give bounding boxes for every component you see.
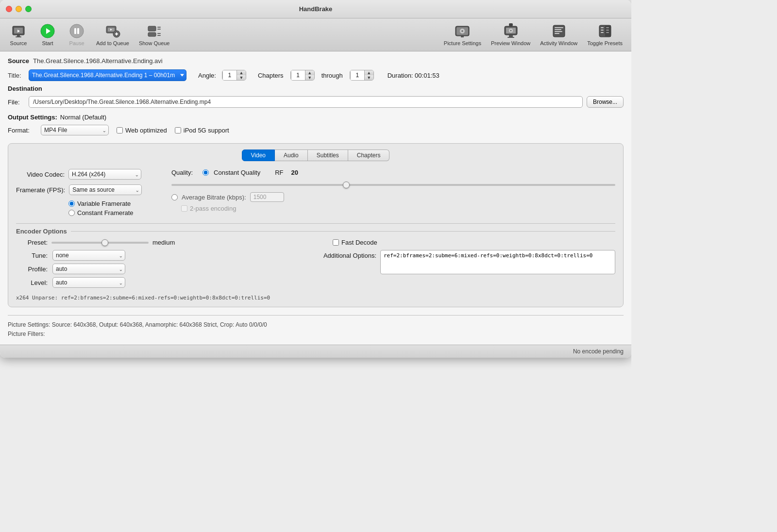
svg-point-7 <box>70 24 84 38</box>
fast-decode-group: Fast Decode <box>333 239 615 246</box>
maximize-button[interactable] <box>25 6 32 12</box>
svg-rect-47 <box>601 30 604 31</box>
pause-label: Pause <box>69 40 84 46</box>
status-message: No encode pending <box>573 348 624 355</box>
tab-video[interactable]: Video <box>242 150 275 161</box>
file-label: File: <box>8 99 25 106</box>
tab-chapters[interactable]: Chapters <box>348 150 390 161</box>
svg-point-35 <box>510 30 511 32</box>
svg-rect-18 <box>157 27 161 28</box>
constant-framerate-label: Constant Framerate <box>77 209 134 216</box>
avg-bitrate-radio[interactable] <box>171 194 178 200</box>
video-left: Video Codec: H.264 (x264) Framerate (FPS… <box>16 169 152 216</box>
close-button[interactable] <box>6 6 12 12</box>
activity-window-label: Activity Window <box>540 40 577 46</box>
ipod-support-label: iPod 5G support <box>184 127 229 134</box>
tune-select[interactable]: none <box>52 250 125 261</box>
preset-label: Preset: <box>16 239 48 246</box>
level-select-wrap: auto <box>52 277 125 288</box>
quality-slider[interactable] <box>171 184 615 186</box>
preview-window-button[interactable]: Preview Window <box>487 21 534 48</box>
pause-icon <box>69 23 84 39</box>
start-button[interactable]: Start <box>34 21 61 48</box>
tab-subtitles[interactable]: Subtitles <box>308 150 348 161</box>
codec-select[interactable]: H.264 (x264) <box>68 169 141 180</box>
destination-label: Destination <box>8 85 624 92</box>
titlebar: HandBrake <box>0 0 631 18</box>
chapters-to-up[interactable]: ▲ <box>365 70 373 75</box>
chapters-label: Chapters <box>258 72 284 79</box>
duration-label: Duration: 00:01:53 <box>388 72 439 79</box>
variable-framerate-radio[interactable] <box>68 200 75 207</box>
output-settings-header: Output Settings: Normal (Default) <box>8 114 624 121</box>
show-queue-label: Show Queue <box>139 40 170 46</box>
chapters-to-value: 1 <box>350 70 365 80</box>
activity-window-button[interactable]: _ Activity Window <box>536 21 581 48</box>
preset-value: medium <box>152 239 175 246</box>
additional-options-input[interactable]: ref=2:bframes=2:subme=6:mixed-refs=0:wei… <box>380 250 615 274</box>
tab-audio[interactable]: Audio <box>275 150 308 161</box>
chapters-from-down[interactable]: ▼ <box>305 75 314 80</box>
fps-select[interactable]: Same as source <box>69 184 142 195</box>
browse-button[interactable]: Browse... <box>587 96 624 108</box>
output-settings-value: Normal (Default) <box>60 114 106 121</box>
svg-point-25 <box>461 30 463 32</box>
fast-decode-checkbox[interactable] <box>333 239 339 246</box>
toggle-presets-label: Toggle Presets <box>587 40 623 46</box>
preset-row: Preset: medium <box>16 239 308 246</box>
toggle-presets-button[interactable]: Toggle Presets <box>583 21 626 48</box>
add-queue-label: Add to Queue <box>96 40 129 46</box>
level-select[interactable]: auto <box>52 277 125 288</box>
chapters-from-up[interactable]: ▲ <box>305 70 314 75</box>
preview-window-label: Preview Window <box>491 40 530 46</box>
preset-slider[interactable] <box>51 242 149 244</box>
encoder-columns: Preset: medium Tune: none <box>16 239 615 291</box>
format-label: Format: <box>8 127 33 134</box>
constant-quality-radio[interactable] <box>203 169 209 176</box>
web-optimized-label: Web optimized <box>125 127 167 134</box>
pause-button[interactable]: Pause <box>63 21 90 48</box>
chapters-to-down[interactable]: ▼ <box>365 75 373 80</box>
angle-value: 1 <box>222 70 237 80</box>
web-optimized-group: Web optimized <box>117 127 167 134</box>
angle-label: Angle: <box>198 72 216 79</box>
svg-rect-8 <box>74 28 76 34</box>
quality-row: Quality: Constant Quality RF 20 <box>171 169 615 176</box>
constant-framerate-radio[interactable] <box>68 210 75 216</box>
angle-up[interactable]: ▲ <box>237 70 246 75</box>
title-select[interactable]: The.Great.Silence.1968.Alternative.Endin… <box>29 69 186 81</box>
format-select[interactable]: MP4 File <box>41 125 109 135</box>
add-queue-icon <box>105 23 120 39</box>
twopass-checkbox[interactable] <box>181 205 187 212</box>
profile-select[interactable]: auto <box>52 264 125 274</box>
profile-row: Profile: auto <box>16 264 308 274</box>
main-content: Source The.Great.Silence.1968.Alternativ… <box>0 51 631 345</box>
minimize-button[interactable] <box>16 6 22 12</box>
start-icon <box>40 23 55 39</box>
codec-row: Video Codec: H.264 (x264) <box>16 169 152 180</box>
bitrate-input[interactable] <box>250 192 284 202</box>
add-queue-button[interactable]: Add to Queue <box>92 21 133 48</box>
svg-rect-50 <box>606 30 609 31</box>
rf-label: RF <box>275 169 283 176</box>
picture-settings-info: Picture Settings: Source: 640x368, Outpu… <box>8 320 624 330</box>
title-select-wrap: The.Great.Silence.1968.Alternative.Endin… <box>29 69 186 81</box>
show-queue-button[interactable]: Show Queue <box>135 21 174 48</box>
angle-stepper[interactable]: 1 ▲ ▼ <box>222 70 246 81</box>
source-label: Source <box>10 40 27 46</box>
svg-rect-51 <box>606 32 609 33</box>
file-input[interactable] <box>29 96 583 108</box>
ipod-support-checkbox[interactable] <box>175 127 181 133</box>
chapters-from-stepper[interactable]: 1 ▲ ▼ <box>290 70 315 81</box>
profile-select-wrap: auto <box>52 264 125 274</box>
web-optimized-checkbox[interactable] <box>117 127 123 133</box>
window-title: HandBrake <box>299 5 333 13</box>
level-label: Level: <box>16 279 48 286</box>
chapters-to-stepper[interactable]: 1 ▲ ▼ <box>350 70 374 81</box>
source-button[interactable]: Source <box>5 21 32 48</box>
source-icon <box>11 23 26 39</box>
source-row: Source The.Great.Silence.1968.Alternativ… <box>8 57 624 65</box>
angle-down[interactable]: ▼ <box>237 75 246 80</box>
picture-settings-button[interactable]: Picture Settings <box>440 21 485 48</box>
fps-label: Framerate (FPS): <box>16 186 65 194</box>
